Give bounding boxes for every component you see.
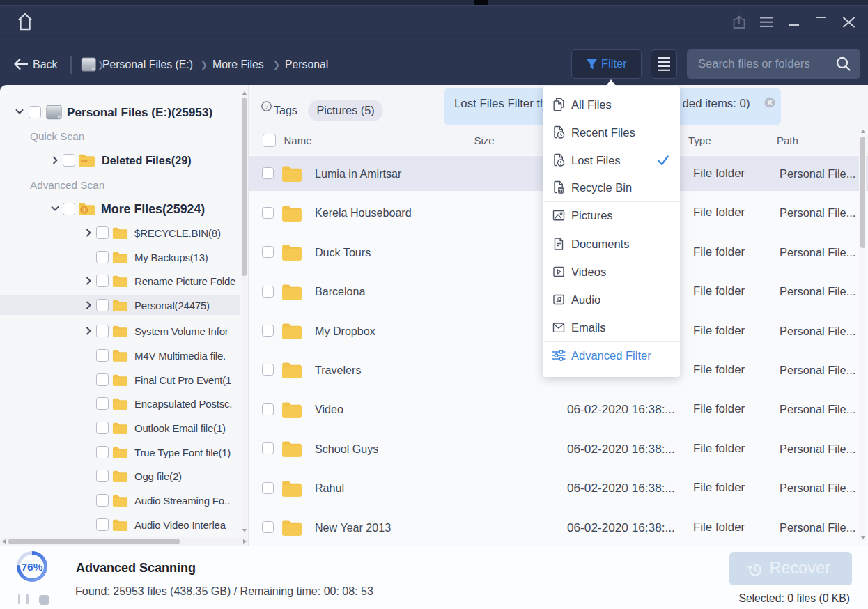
svg-text:?: ?	[265, 102, 268, 109]
svg-text:!: !	[83, 206, 85, 213]
